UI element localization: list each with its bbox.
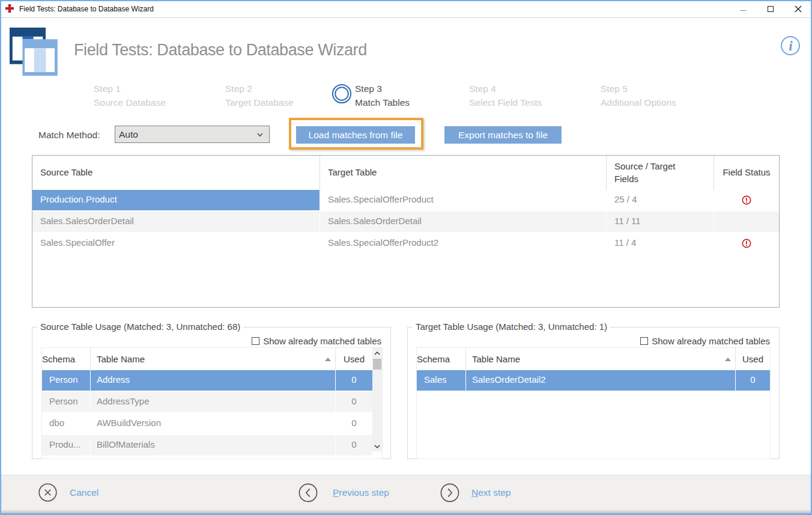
previous-step-button[interactable]: Previous step xyxy=(298,483,389,502)
chevron-down-icon xyxy=(256,131,264,138)
cell-used[interactable]: 0 xyxy=(335,435,372,457)
scroll-up-icon xyxy=(374,352,380,355)
checkbox-icon[interactable] xyxy=(640,337,648,345)
export-matches-button[interactable]: Export matches to file xyxy=(444,126,562,144)
maximize-icon xyxy=(768,6,774,12)
col-schema[interactable]: Schema xyxy=(42,354,90,364)
col-table-name[interactable]: Table Name xyxy=(465,348,735,370)
close-icon xyxy=(795,5,802,13)
col-field-status[interactable]: Field Status xyxy=(714,156,779,190)
step-4-label: Select Field Tests xyxy=(469,96,542,109)
step-3: Step 3 Match Tables xyxy=(355,82,410,109)
col-source-target-fields[interactable]: Source / Target Fields xyxy=(606,156,714,190)
cell-schema[interactable]: Sales xyxy=(417,370,465,392)
step-5-label: Additional Options xyxy=(601,96,676,109)
cell-target[interactable]: Sales.SpecialOfferProduct xyxy=(320,190,606,212)
source-show-matched-checkbox[interactable]: Show already matched tables xyxy=(252,336,381,346)
source-usage-header: Schema Table Name Used xyxy=(42,348,382,370)
page-title: Field Tests: Database to Database Wizard xyxy=(74,41,367,59)
cell-used[interactable]: 0 xyxy=(735,370,770,392)
cell-table[interactable]: AddressType xyxy=(90,392,335,413)
sort-asc-icon xyxy=(325,358,331,361)
minimize-icon xyxy=(740,10,747,11)
source-usage-row-1[interactable]: Person Address 0 xyxy=(42,370,382,392)
target-usage-row-1[interactable]: Sales SalesOrderDetail2 0 xyxy=(417,370,770,392)
step-5-title: Step 5 xyxy=(601,82,676,96)
match-method-label: Match Method: xyxy=(38,130,100,141)
col-used[interactable]: Used xyxy=(735,348,770,370)
cell-fields[interactable]: 25 / 4 xyxy=(606,190,714,212)
titlebar: Field Tests: Database to Database Wizard xyxy=(0,0,812,18)
load-matches-button[interactable]: Load matches from file xyxy=(296,126,415,144)
app-logo-icon xyxy=(10,26,59,77)
cell-source[interactable]: Sales.SpecialOffer xyxy=(32,233,320,255)
cell-schema[interactable]: dbo xyxy=(42,413,90,435)
source-usage-row-2[interactable]: Person AddressType 0 xyxy=(42,392,382,413)
error-icon xyxy=(742,195,751,205)
target-show-matched-checkbox[interactable]: Show already matched tables xyxy=(640,336,770,346)
cell-used[interactable]: 0 xyxy=(335,370,372,392)
col-table-name[interactable]: Table Name xyxy=(90,348,335,370)
cell-source[interactable]: Sales.SalesOrderDetail xyxy=(32,212,320,233)
cell-table[interactable]: AWBuildVersion xyxy=(90,413,335,435)
chevron-right-icon xyxy=(440,483,459,502)
source-usage-row-4[interactable]: Produ... BillOfMaterials 0 xyxy=(42,435,382,457)
match-table-row-1[interactable]: Production.Product Sales.SpecialOfferPro… xyxy=(32,190,779,212)
cell-status[interactable] xyxy=(714,190,779,212)
col-used[interactable]: Used xyxy=(335,348,372,370)
col-source-table[interactable]: Source Table xyxy=(32,156,320,190)
match-table-header: Source Table Target Table Source / Targe… xyxy=(32,156,779,190)
next-step-label: Next step xyxy=(471,487,511,498)
cell-status[interactable] xyxy=(714,233,779,255)
cell-status[interactable] xyxy=(714,212,779,233)
step-2-title: Step 2 xyxy=(225,82,294,96)
cell-target[interactable]: Sales.SalesOrderDetail xyxy=(320,212,606,233)
maximize-button[interactable] xyxy=(757,0,784,17)
match-table-row-2[interactable]: Sales.SalesOrderDetail Sales.SalesOrderD… xyxy=(32,212,779,233)
scrollbar-thumb[interactable] xyxy=(373,359,381,370)
scroll-down-button[interactable] xyxy=(372,441,382,451)
source-usage-legend: Source Table Usage (Matched: 3, Unmatche… xyxy=(37,321,243,332)
match-method-select[interactable]: Auto xyxy=(115,126,270,143)
current-step-icon xyxy=(332,84,352,104)
cell-schema[interactable]: Person xyxy=(42,392,90,413)
close-button[interactable] xyxy=(784,0,812,17)
footer-bar: Cancel Previous step Next step xyxy=(0,475,812,513)
cell-table[interactable]: Address xyxy=(90,370,335,392)
cell-table[interactable]: SalesOrderDetail2 xyxy=(465,370,735,392)
cell-schema[interactable]: Person xyxy=(42,370,90,392)
minimize-button[interactable] xyxy=(729,0,757,17)
info-icon[interactable]: i xyxy=(780,35,801,56)
match-table: Source Table Target Table Source / Targe… xyxy=(32,155,780,308)
step-2: Step 2 Target Database xyxy=(225,82,294,109)
cell-table[interactable]: BillOfMaterials xyxy=(90,435,335,457)
scroll-up-button[interactable] xyxy=(372,348,382,358)
window-title: Field Tests: Database to Database Wizard xyxy=(19,5,154,13)
source-usage-table: Schema Table Name Used Person Address 0 … xyxy=(41,347,383,459)
cell-fields[interactable]: 11 / 11 xyxy=(606,212,714,233)
col-schema[interactable]: Schema xyxy=(417,354,465,364)
source-usage-scrollbar[interactable] xyxy=(372,348,382,451)
step-1-label: Source Database xyxy=(94,96,166,109)
source-usage-row-3[interactable]: dbo AWBuildVersion 0 xyxy=(42,413,382,435)
step-1: Step 1 Source Database xyxy=(94,82,166,109)
match-table-row-3[interactable]: Sales.SpecialOffer Sales.SpecialOfferPro… xyxy=(32,233,779,255)
cancel-button[interactable]: Cancel xyxy=(38,483,98,502)
step-1-title: Step 1 xyxy=(94,82,166,96)
checkbox-icon[interactable] xyxy=(252,337,259,345)
col-target-table[interactable]: Target Table xyxy=(320,156,606,190)
step-3-label: Match Tables xyxy=(355,96,410,109)
cell-source[interactable]: Production.Product xyxy=(32,190,320,212)
cancel-label: Cancel xyxy=(70,487,98,498)
target-usage-group: Target Table Usage (Matched: 3, Unmatche… xyxy=(407,327,780,459)
scroll-down-icon xyxy=(374,445,380,448)
next-step-button[interactable]: Next step xyxy=(440,483,511,502)
cell-used[interactable]: 0 xyxy=(335,392,372,413)
step-3-title: Step 3 xyxy=(355,82,410,96)
cell-schema[interactable]: Produ... xyxy=(42,435,90,457)
cell-used[interactable]: 0 xyxy=(335,413,372,435)
step-4-title: Step 4 xyxy=(469,82,542,96)
step-2-label: Target Database xyxy=(225,96,294,109)
cell-fields[interactable]: 11 / 4 xyxy=(606,233,714,255)
cell-target[interactable]: Sales.SpecialOfferProduct2 xyxy=(320,233,606,255)
